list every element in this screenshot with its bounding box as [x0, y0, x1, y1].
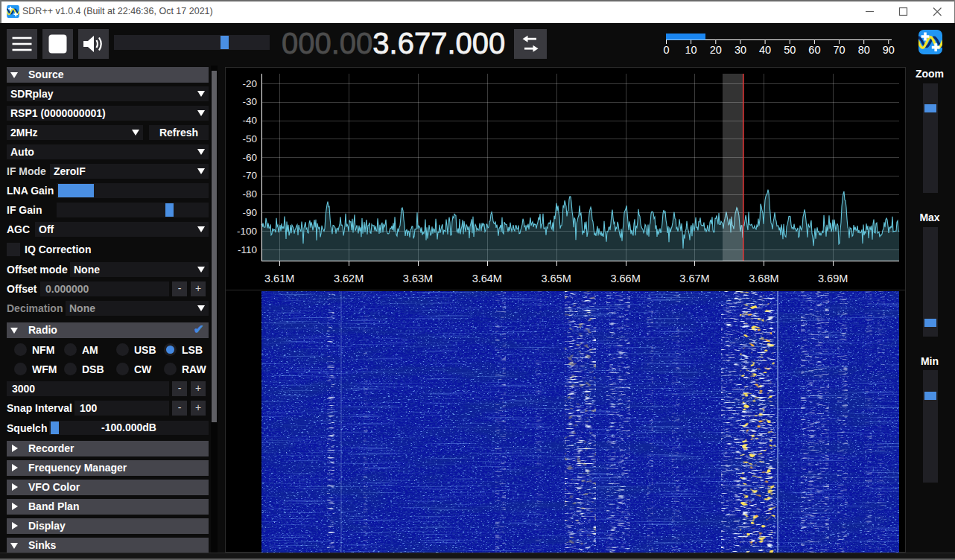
svg-text:-90: -90 [242, 207, 257, 218]
svg-text:3.68M: 3.68M [749, 273, 778, 284]
svg-text:10: 10 [685, 44, 697, 56]
svg-text:60: 60 [808, 44, 820, 56]
svg-text:3.69M: 3.69M [818, 273, 848, 284]
svg-text:3.66M: 3.66M [610, 273, 640, 284]
svg-text:40: 40 [759, 44, 771, 56]
svg-text:-70: -70 [242, 170, 257, 181]
svg-text:50: 50 [784, 44, 796, 56]
svg-text:20: 20 [710, 44, 722, 56]
svg-text:3.61M: 3.61M [264, 273, 294, 284]
svg-text:-40: -40 [242, 115, 257, 126]
svg-text:-50: -50 [242, 133, 257, 144]
svg-text:90: 90 [883, 44, 895, 56]
svg-text:0: 0 [663, 44, 669, 56]
svg-text:-60: -60 [242, 152, 257, 163]
svg-text:80: 80 [858, 44, 870, 56]
svg-text:3.64M: 3.64M [472, 273, 502, 284]
svg-text:30: 30 [735, 44, 746, 56]
svg-text:3.65M: 3.65M [542, 273, 571, 284]
svg-text:-100: -100 [237, 226, 257, 237]
svg-text:70: 70 [833, 44, 845, 56]
svg-text:3.63M: 3.63M [403, 273, 433, 284]
svg-text:-30: -30 [242, 96, 257, 107]
svg-text:-20: -20 [242, 78, 257, 89]
svg-text:3.67M: 3.67M [679, 273, 709, 284]
svg-text:-110: -110 [238, 244, 257, 255]
svg-text:-80: -80 [242, 188, 257, 200]
svg-text:3.62M: 3.62M [334, 273, 364, 284]
